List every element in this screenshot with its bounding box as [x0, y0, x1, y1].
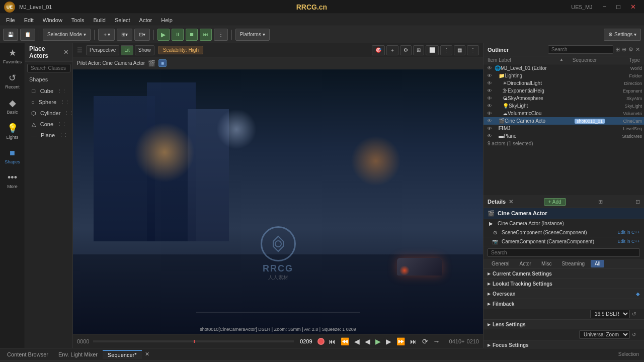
nav-recent[interactable]: ↺ Recent — [0, 68, 25, 94]
outliner-search-input[interactable] — [548, 45, 613, 54]
snap-button[interactable]: ⊡▾ — [134, 29, 150, 41]
play-pb-button[interactable]: ▶ — [374, 337, 382, 345]
menu-build[interactable]: Build — [90, 16, 110, 24]
shape-sphere[interactable]: ○ Sphere ⋮⋮ — [29, 97, 68, 108]
play-button[interactable]: ▶ — [157, 29, 170, 41]
step-forward-button[interactable]: ▶ — [385, 337, 392, 345]
eye-icon-lighting[interactable]: 👁 — [486, 73, 494, 78]
outliner-sky-item[interactable]: 👁 🌤 SkyAtmosphere SkyAtm — [484, 95, 644, 102]
filmback-header[interactable]: ▶ Filmback — [484, 299, 644, 309]
pause-button[interactable]: ⏸ — [172, 29, 184, 41]
details-search-input[interactable] — [488, 248, 640, 257]
project-name[interactable]: MJ_Level_01 — [19, 4, 52, 10]
outliner-settings-icon[interactable]: ⚙ — [628, 46, 633, 53]
nav-basic[interactable]: ◆ Basic — [0, 94, 25, 119]
lookat-header[interactable]: ▶ Lookat Tracking Settings — [484, 279, 644, 289]
vp-settings-button[interactable]: ⚙ — [400, 45, 412, 55]
filmback-dropdown[interactable]: 16:9 DSLR — [590, 310, 630, 318]
viewport[interactable]: RRCG 人人素材 shot0010[CineCameraActor] DSLR… — [73, 69, 483, 334]
eye-icon[interactable]: 👁 — [486, 65, 494, 71]
outliner-plane-item[interactable]: 👁 ▬ Plane StaticMes — [484, 132, 644, 140]
scalability-button[interactable]: Scalability: High — [158, 46, 203, 54]
perspective-button[interactable]: Perspective — [86, 45, 119, 55]
stop-pilot-button[interactable]: ■ — [158, 59, 167, 67]
overscan-header[interactable]: ▶ Overscan ◆ — [484, 289, 644, 299]
playback-scrubber[interactable] — [93, 340, 294, 342]
menu-actor[interactable]: Actor — [135, 16, 156, 24]
show-button[interactable]: Show — [135, 45, 154, 55]
outliner-skylight-item[interactable]: 👁 💡 SkyLight SkyLight — [484, 102, 644, 110]
scene-comp-action[interactable]: Edit in C++ — [617, 230, 640, 235]
outliner-volumetric-item[interactable]: 👁 ☁ VolumetricClou Volumetri — [484, 110, 644, 117]
eye-icon-exp[interactable]: 👁 — [486, 88, 494, 94]
outliner-mj-item[interactable]: 👁 🎞 MJ LevelSeq — [484, 125, 644, 132]
nav-shapes[interactable]: ■ Shapes — [0, 144, 25, 168]
shape-plane[interactable]: — Plane ⋮⋮ — [29, 130, 68, 141]
outliner-exponential-item[interactable]: 👁 🌫 ExponentialHeig Exponent — [484, 87, 644, 95]
tab-actor[interactable]: Actor — [516, 260, 535, 267]
go-back-button[interactable]: ⏪ — [340, 337, 350, 345]
go-to-end-button[interactable]: ⏭ — [409, 337, 418, 345]
shape-cone[interactable]: △ Cone ⋮⋮ — [29, 119, 68, 130]
menu-tools[interactable]: Tools — [67, 16, 89, 24]
menu-select[interactable]: Select — [111, 16, 134, 24]
eye-icon-cine[interactable]: 👁 — [486, 118, 494, 124]
outliner-world-item[interactable]: 👁 🌐 MJ_Level_01 (Editor World — [484, 64, 644, 72]
skip-button[interactable]: ⏭ — [200, 29, 212, 41]
menu-file[interactable]: File — [2, 16, 19, 24]
menu-window[interactable]: Window — [39, 16, 66, 24]
eye-icon-sky[interactable]: 👁 — [486, 96, 494, 101]
go-to-start-button[interactable]: ⏮ — [328, 337, 337, 345]
eye-icon-mj[interactable]: 👁 — [486, 126, 494, 131]
add-component-button[interactable]: + Add — [544, 198, 566, 206]
outliner-add-icon[interactable]: ⊕ — [622, 46, 626, 53]
camera-lock-button[interactable]: 🎯 — [372, 45, 385, 55]
focus-header[interactable]: ▶ Focus Settings — [484, 340, 644, 348]
eye-icon-directional[interactable]: 👁 — [486, 80, 494, 86]
minimize-button[interactable]: − — [599, 2, 611, 12]
details-action2-icon[interactable]: ⊡ — [635, 199, 640, 205]
sidebar-toggle-right[interactable]: Selection — [615, 350, 642, 358]
component-instance[interactable]: ▶ Cine Camera Actor (Instance) — [484, 219, 644, 228]
tab-streaming[interactable]: Streaming — [557, 260, 589, 267]
outliner-cine-camera-item[interactable]: 👁 🎬 Cine Camera Acto shot0010_01 CineCam — [484, 117, 644, 125]
source-control-button[interactable]: 📋 — [20, 29, 35, 41]
vp-grid-button[interactable]: ⊞ — [413, 45, 424, 55]
selection-mode-button[interactable]: Selection Mode ▾ — [43, 29, 91, 41]
tab-all[interactable]: All — [591, 260, 604, 267]
vp-options-button[interactable]: ⋮ — [440, 45, 452, 55]
tab-content-browser[interactable]: Content Browser — [2, 350, 53, 358]
place-actors-close[interactable]: ✕ — [63, 49, 68, 56]
shape-cube[interactable]: □ Cube ⋮⋮ — [29, 85, 68, 97]
shape-cylinder[interactable]: ⬡ Cylinder ⋮⋮ — [29, 108, 68, 119]
more-play-options[interactable]: ⋮ — [214, 29, 228, 41]
close-button[interactable]: ✕ — [626, 2, 640, 12]
place-actors-search-input[interactable] — [27, 64, 70, 72]
vp-camera-button[interactable]: ⋮ — [467, 45, 479, 55]
go-forward-button[interactable]: ⏩ — [395, 337, 406, 345]
tab-sequencer[interactable]: Sequencer* — [103, 350, 142, 359]
component-camera[interactable]: 📷 CameraComponent (CameraComponent) Edit… — [484, 237, 644, 246]
lens-dropdown[interactable]: Universal Zoom — [579, 330, 630, 339]
reverse-play-button[interactable]: ◀ — [364, 337, 371, 345]
details-close-icon[interactable]: ✕ — [509, 199, 513, 205]
outliner-directional-item[interactable]: 👁 ☀ DirectionalLight Direction — [484, 79, 644, 87]
add-button[interactable]: ＋▾ — [98, 29, 115, 41]
lit-button[interactable]: Lit — [121, 45, 133, 55]
camera-comp-action[interactable]: Edit in C++ — [617, 239, 640, 244]
settings-button[interactable]: ⚙ Settings ▾ — [604, 29, 641, 41]
camera-settings-header[interactable]: ▶ Current Camera Settings — [484, 269, 644, 279]
add-viewport-button[interactable]: ＋ — [386, 45, 398, 55]
vp-layout-button[interactable]: ▦ — [454, 45, 465, 55]
stop-button[interactable]: ⏹ — [186, 29, 198, 41]
tab-misc[interactable]: Misc — [537, 260, 556, 267]
eye-icon-plane[interactable]: 👁 — [486, 133, 494, 139]
details-action1-icon[interactable]: ⊞ — [598, 199, 603, 205]
tab-env-light[interactable]: Env. Light Mixer — [53, 350, 103, 358]
sequencer-close-tab[interactable]: ✕ — [142, 350, 152, 358]
component-scene[interactable]: ⊙ SceneComponent (SceneComponent) Edit i… — [484, 228, 644, 237]
maximize-button[interactable]: □ — [612, 2, 624, 12]
nav-lights[interactable]: 💡 Lights — [0, 119, 25, 144]
outliner-lighting-item[interactable]: 👁 📁 Lighting Folder — [484, 72, 644, 79]
lens-reset[interactable]: ↺ — [632, 332, 636, 337]
